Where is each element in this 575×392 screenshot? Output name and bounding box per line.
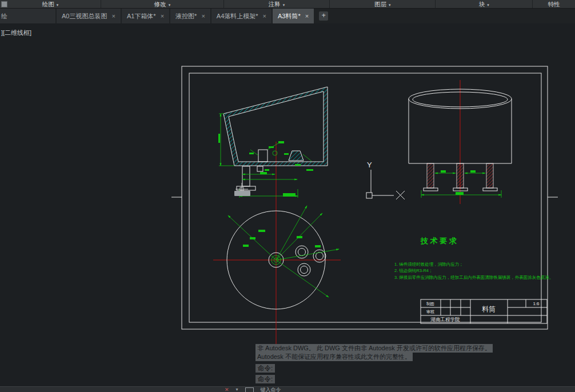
chevron-down-icon: ▾: [487, 3, 489, 7]
chevron-down-icon: ▾: [57, 3, 59, 7]
titleblock-drafter-label: 制图: [426, 302, 434, 306]
close-icon[interactable]: ×: [263, 9, 266, 23]
close-icon[interactable]: ×: [161, 9, 164, 23]
close-icon[interactable]: ×: [305, 9, 309, 23]
cursor-tooltip: [234, 191, 250, 196]
drawing-frame: [171, 66, 558, 329]
keyboard-icon: [245, 387, 254, 392]
ribbon-panel-modify[interactable]: 修改▾: [101, 0, 224, 8]
close-icon[interactable]: ×: [111, 9, 115, 23]
ribbon-panel-label: 图层: [374, 1, 386, 7]
tech-requirements-title: 技 术 要 求: [420, 237, 457, 245]
ribbon-panel-label: 修改: [154, 1, 166, 7]
viewport-controls[interactable]: ][二维线框]: [1, 29, 31, 37]
drawing-canvas[interactable]: Y 技 术 要 求 1. 铸件须经时效处理，消除内应力； 2. 锐边倒钝R3-R…: [0, 23, 575, 392]
ribbon-bar: 绘图▾ 修改▾ 注释▾ 图层▾ 块▾ 特性: [0, 0, 575, 9]
ribbon-panel-annotate[interactable]: 注释▾: [224, 0, 330, 8]
command-input[interactable]: 键入命令: [261, 387, 281, 392]
titleblock-organization: 湖南工程学院: [430, 317, 461, 322]
title-block: 制图 审核 料筒 1:6 湖南工程学院: [421, 299, 547, 323]
file-tab-label: 绘: [1, 9, 7, 23]
dwg-warning-line2: Autodesk 不能保证应用程序兼容性或此文件的完整性。: [255, 353, 413, 361]
titleblock-part-name: 料筒: [482, 305, 496, 313]
file-tab-partial[interactable]: 绘: [0, 9, 55, 23]
file-tab[interactable]: A4落料上模架* ×: [211, 9, 271, 23]
close-icon[interactable]: ✕: [225, 387, 229, 392]
command-prompt-history: 命令:: [255, 364, 275, 373]
chevron-down-icon: ▾: [169, 3, 171, 7]
ribbon-panel-layers[interactable]: 图层▾: [330, 0, 436, 8]
ribbon-panel-label: 块: [479, 1, 485, 7]
titleblock-scale: 1:6: [533, 301, 540, 306]
ucs-x-marker-icon: [396, 191, 405, 199]
ribbon-panel-label: 绘图: [42, 1, 54, 7]
file-tab[interactable]: 液控图* ×: [170, 9, 210, 23]
file-tab-label: A3料筒*: [278, 9, 301, 23]
tech-requirements: 技 术 要 求 1. 铸件须经时效处理，消除内应力； 2. 锐边倒钝R3-R4；…: [394, 237, 553, 280]
ribbon-panel-properties[interactable]: 特性: [533, 0, 575, 8]
file-tab[interactable]: A0三视图总装图 ×: [57, 9, 121, 23]
chevron-down-icon[interactable]: ▾: [236, 387, 238, 392]
file-tab-label: 液控图*: [175, 9, 197, 23]
file-tab-bar: 绘 A0三视图总装图 × A1下箱体* × 液控图* × A4落料上模架* × …: [0, 9, 575, 23]
hopper-section-view: [218, 87, 328, 198]
bottom-circular-view: [227, 206, 339, 309]
file-tab-active[interactable]: A3料筒* ×: [273, 9, 314, 23]
command-dock-bar: ✕ ▾ 键入命令: [0, 386, 575, 392]
center-lines: [213, 80, 460, 346]
app-icon[interactable]: [1, 1, 7, 7]
ucs-icon: Y: [366, 161, 405, 199]
ucs-y-label: Y: [367, 161, 372, 169]
file-tab-label: A0三视图总装图: [62, 9, 107, 23]
tech-requirement-line: 2. 锐边倒钝R3-R4；: [394, 268, 433, 273]
new-tab-button[interactable]: +: [319, 11, 328, 21]
ribbon-panel-label: 特性: [548, 1, 560, 7]
ribbon-panel-label: 注释: [269, 1, 281, 7]
chevron-down-icon: ▾: [283, 3, 285, 7]
file-tab[interactable]: A1下箱体* ×: [122, 9, 169, 23]
titleblock-checker-label: 审核: [426, 310, 434, 314]
file-tab-label: A4落料上模架*: [217, 9, 258, 23]
tech-requirement-line: 3. 焊接后零件应消除内应力，经加工后内外表面清除铁屑锈斑，外表面涂灰色底漆。: [394, 275, 553, 280]
ribbon-panel-block[interactable]: 块▾: [436, 0, 533, 8]
close-icon[interactable]: ×: [201, 9, 205, 23]
file-tab-label: A1下箱体*: [127, 9, 156, 23]
chevron-down-icon: ▾: [389, 3, 391, 7]
ribbon-panel-draw[interactable]: 绘图▾: [0, 0, 101, 8]
command-prompt-history: 命令:: [255, 375, 275, 383]
dwg-warning-line1: 非 Autodesk DWG。 此 DWG 文件由非 Autodesk 开发或许…: [255, 344, 493, 353]
tech-requirement-line: 1. 铸件须经时效处理，消除内应力；: [394, 262, 464, 267]
